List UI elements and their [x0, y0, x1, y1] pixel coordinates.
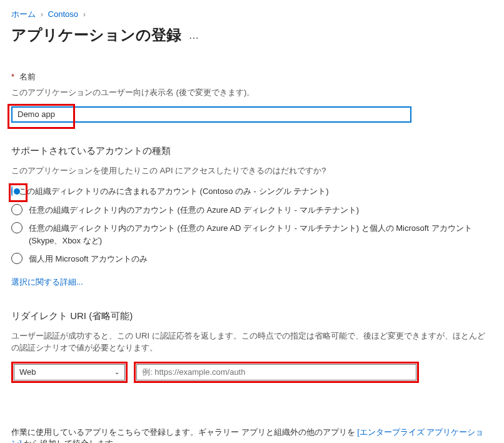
breadcrumb: ホーム › Contoso › — [11, 9, 493, 20]
account-types-heading: サポートされているアカウントの種類 — [11, 145, 493, 157]
page-title: アプリケーションの登録 — [11, 25, 181, 45]
name-label: 名前 — [19, 72, 36, 81]
radio-icon — [11, 186, 13, 196]
radio-label: 任意の組織ディレクトリ内のアカウント (任意の Azure AD ディレクトリ … — [29, 204, 359, 216]
radio-label: 個人用 Microsoft アカウントのみ — [29, 253, 148, 265]
app-name-input[interactable] — [11, 106, 411, 123]
platform-select[interactable]: Web ⌄ — [14, 364, 125, 380]
account-type-option-2[interactable]: 任意の組織ディレクトリ内のアカウント (任意の Azure AD ディレクトリ … — [11, 222, 493, 247]
account-types-detail-link[interactable]: 選択に関する詳細... — [11, 277, 83, 287]
platform-select-value: Web — [19, 367, 36, 377]
radio-icon — [11, 204, 23, 215]
chevron-right-icon: › — [83, 9, 86, 19]
account-type-option-0[interactable]: この組織ディレクトリのみに含まれるアカウント (Contoso のみ - シング… — [11, 185, 493, 198]
radio-icon — [11, 222, 23, 233]
chevron-right-icon: › — [41, 9, 43, 19]
breadcrumb-home[interactable]: ホーム — [11, 9, 36, 19]
radio-label: この組織ディレクトリのみに含まれるアカウント (Contoso のみ - シング… — [19, 185, 328, 198]
radio-icon — [11, 253, 23, 264]
more-menu-icon[interactable]: ⋯ — [189, 32, 199, 44]
account-type-option-3[interactable]: 個人用 Microsoft アカウントのみ — [11, 253, 493, 265]
radio-label: 任意の組織ディレクトリ内のアカウント (任意の Azure AD ディレクトリ … — [29, 222, 493, 247]
chevron-down-icon: ⌄ — [114, 369, 119, 375]
required-indicator: * — [11, 72, 14, 81]
name-help-text: このアプリケーションのユーザー向け表示名 (後で変更できます)。 — [11, 86, 493, 99]
account-type-option-1[interactable]: 任意の組織ディレクトリ内のアカウント (任意の Azure AD ディレクトリ … — [11, 204, 493, 216]
account-types-help: このアプリケーションを使用したりこの API にアクセスしたりできるのはだれです… — [11, 165, 493, 177]
gallery-apps-text: 作業に使用しているアプリをこちらで登録します。ギャラリー アプリと組織外の他のア… — [11, 427, 493, 444]
redirect-uri-input[interactable] — [136, 364, 416, 380]
redirect-uri-help: ユーザー認証が成功すると、この URI に認証応答を返します。この時点での指定は… — [11, 330, 493, 354]
breadcrumb-org[interactable]: Contoso — [48, 9, 78, 19]
redirect-uri-heading: リダイレクト URI (省略可能) — [11, 310, 493, 322]
